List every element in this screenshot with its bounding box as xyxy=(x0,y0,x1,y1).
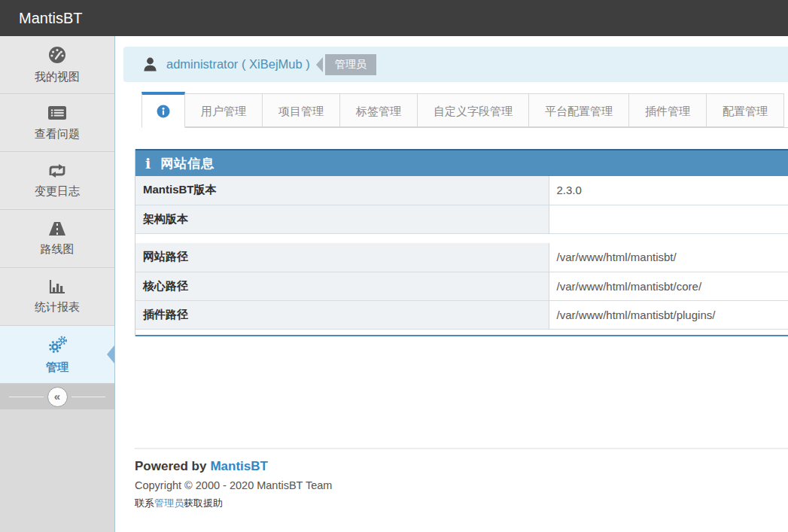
row-value: 2.3.0 xyxy=(549,176,788,205)
site-info-header: i 网站信息 xyxy=(135,149,788,176)
manage-gears-icon xyxy=(46,335,68,355)
tab-manage-global-profiles[interactable]: 平台配置管理 xyxy=(529,93,629,127)
contact-suffix: 获取援助 xyxy=(184,497,223,509)
tab-manage-plugins[interactable]: 插件管理 xyxy=(629,93,707,127)
table-row: 插件路径 /var/www/html/mantisbt/plugins/ xyxy=(135,300,788,329)
contact-prefix: 联系 xyxy=(135,497,154,509)
role-badge-label: 管理员 xyxy=(325,54,376,75)
footer-divider xyxy=(135,448,788,449)
site-info-title: 网站信息 xyxy=(160,155,214,172)
row-label: 核心路径 xyxy=(135,272,549,300)
row-label: 网站路径 xyxy=(135,243,549,272)
tab-label: 自定义字段管理 xyxy=(434,105,513,117)
sidebar-item-manage[interactable]: 管理 xyxy=(0,326,114,384)
tab-label: 插件管理 xyxy=(645,105,690,117)
roadmap-icon xyxy=(47,220,67,237)
tab-manage-custom-fields[interactable]: 自定义字段管理 xyxy=(418,93,529,127)
tab-manage-projects[interactable]: 项目管理 xyxy=(263,93,340,127)
info-icon xyxy=(157,105,170,118)
changelog-icon xyxy=(47,163,68,179)
top-navbar: MantisBT xyxy=(0,0,788,36)
copyright-line: Copyright © 2000 - 2020 MantisBT Team xyxy=(135,479,788,491)
username-link[interactable]: administrator ( XiBejMub ) xyxy=(166,57,310,71)
badge-arrow-icon xyxy=(316,57,323,72)
sidebar-item-roadmap[interactable]: 路线图 xyxy=(0,210,114,268)
page-footer: Powered byMantisBT Copyright © 2000 - 20… xyxy=(135,448,788,510)
tab-label: 配置管理 xyxy=(723,105,768,117)
tab-manage-users[interactable]: 用户管理 xyxy=(185,93,263,127)
info-icon: i xyxy=(145,155,151,172)
powered-by-line: Powered byMantisBT xyxy=(135,459,788,474)
mantisbt-link[interactable]: MantisBT xyxy=(210,459,268,473)
sidebar-item-label: 统计报表 xyxy=(35,300,80,315)
sidebar-item-label: 管理 xyxy=(46,360,68,375)
powered-by-text: Powered by xyxy=(135,459,206,473)
row-value: /var/www/html/mantisbt/core/ xyxy=(549,272,788,300)
sidebar: 我的视图 查看问题 变更日志 xyxy=(0,36,115,532)
row-label: 插件路径 xyxy=(135,300,549,329)
sidebar-collapse-button[interactable]: « xyxy=(47,387,68,407)
site-info-panel: i 网站信息 MantisBT版本 2.3.0 架构版本 网站路径 xyxy=(135,149,788,336)
sidebar-item-label: 查看问题 xyxy=(35,127,80,141)
tab-label: 平台配置管理 xyxy=(545,105,613,117)
table-row: 核心路径 /var/www/html/mantisbt/core/ xyxy=(135,272,788,300)
role-badge: 管理员 xyxy=(316,54,376,75)
sidebar-item-summary[interactable]: 统计报表 xyxy=(0,268,114,326)
panel-bottom-border xyxy=(135,330,788,336)
stats-chart-icon xyxy=(47,278,67,295)
row-value: /var/www/html/mantisbt/plugins/ xyxy=(549,300,788,329)
site-info-table: MantisBT版本 2.3.0 架构版本 网站路径 /var/www/html… xyxy=(135,176,788,330)
app-title: MantisBT xyxy=(19,10,82,27)
sidebar-item-my-view[interactable]: 我的视图 xyxy=(0,36,114,94)
sidebar-collapse-row: « xyxy=(0,384,114,409)
row-label: 架构版本 xyxy=(135,205,549,233)
active-item-arrow-icon xyxy=(107,345,114,363)
tab-label: 标签管理 xyxy=(356,105,401,117)
tab-site-info[interactable] xyxy=(141,92,185,128)
sidebar-item-changelog[interactable]: 变更日志 xyxy=(0,152,114,210)
main-content: administrator ( XiBejMub ) 管理员 用户管理 项目管理… xyxy=(115,36,788,532)
sidebar-item-label: 路线图 xyxy=(41,242,75,257)
row-value xyxy=(549,205,788,233)
admin-tabbar: 用户管理 项目管理 标签管理 自定义字段管理 平台配置管理 插件管理 配置管理 xyxy=(141,92,788,128)
mantisbt-admin-screen: MantisBT 我的视图 xyxy=(0,0,788,532)
tab-label: 项目管理 xyxy=(278,105,324,117)
row-value: /var/www/html/mantisbt/ xyxy=(549,243,788,272)
sidebar-item-label: 变更日志 xyxy=(35,184,80,199)
table-spacer-row xyxy=(135,233,788,243)
sidebar-menu: 我的视图 查看问题 变更日志 xyxy=(0,36,114,384)
sidebar-item-view-issues[interactable]: 查看问题 xyxy=(0,94,114,152)
person-icon xyxy=(141,56,159,73)
contact-line: 联系管理员获取援助 xyxy=(135,497,788,510)
contact-admin-link[interactable]: 管理员 xyxy=(154,497,184,509)
issues-list-icon xyxy=(47,104,67,122)
chevron-double-left-icon: « xyxy=(54,390,60,403)
table-row: 网站路径 /var/www/html/mantisbt/ xyxy=(135,243,788,272)
collapse-divider xyxy=(71,397,106,397)
table-row: MantisBT版本 2.3.0 xyxy=(135,176,788,205)
row-label: MantisBT版本 xyxy=(135,176,549,205)
tab-manage-tags[interactable]: 标签管理 xyxy=(340,93,418,127)
table-row: 架构版本 xyxy=(135,205,788,233)
user-info-bar: administrator ( XiBejMub ) 管理员 xyxy=(123,47,788,82)
dashboard-icon xyxy=(47,45,67,65)
tab-manage-config[interactable]: 配置管理 xyxy=(707,93,784,127)
tab-label: 用户管理 xyxy=(201,105,246,117)
collapse-divider xyxy=(9,397,44,397)
sidebar-item-label: 我的视图 xyxy=(35,70,80,84)
